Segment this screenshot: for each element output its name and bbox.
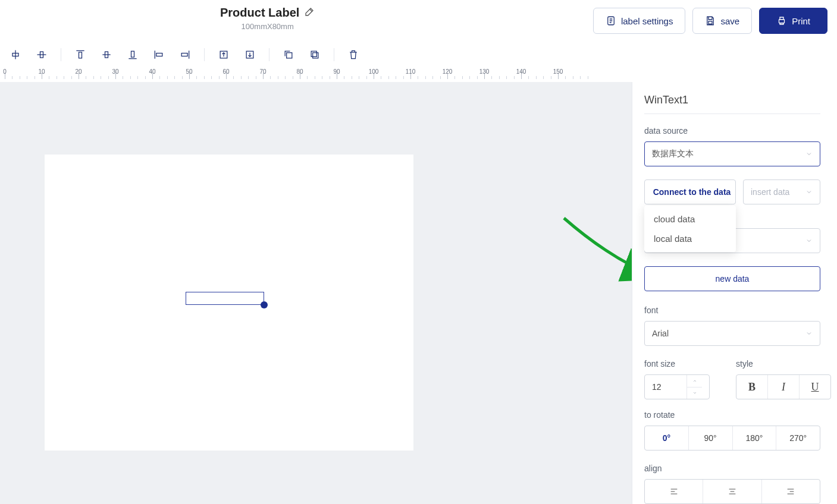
dropdown-item-cloud[interactable]: cloud data (644, 209, 736, 229)
align-center-v-icon[interactable] (29, 44, 55, 65)
ruler-tick: 0 (3, 68, 7, 75)
stepper-up-icon[interactable] (687, 375, 702, 388)
align-right-icon[interactable] (172, 44, 198, 65)
annotation-arrow-icon (558, 212, 632, 289)
svg-rect-7 (131, 51, 134, 57)
align-toolbar (0, 42, 837, 68)
title-block: Product Label 100mmX80mm (220, 6, 315, 31)
font-size-label: font size (644, 359, 729, 368)
save-text: save (720, 16, 739, 26)
svg-rect-8 (156, 53, 162, 56)
text-align-segment (644, 479, 820, 504)
chevron-down-icon (805, 188, 813, 196)
svg-rect-9 (181, 53, 187, 56)
font-value: Arial (652, 329, 669, 338)
ruler-tick: 120 (443, 68, 453, 75)
save-button[interactable]: save (692, 8, 752, 34)
svg-rect-13 (311, 51, 316, 56)
data-source-value: 数据库文本 (652, 149, 694, 159)
text-align-left-button[interactable] (645, 480, 703, 503)
document-title: Product Label (220, 6, 299, 20)
svg-rect-1 (709, 21, 712, 24)
copy-icon[interactable] (275, 44, 302, 65)
separator (334, 48, 334, 61)
stepper-down-icon[interactable] (687, 388, 702, 399)
insert-data-select[interactable]: insert data (743, 179, 820, 204)
rotate-option[interactable]: 0° (645, 426, 689, 450)
print-button[interactable]: Print (759, 8, 827, 34)
connect-dropdown: cloud data local data (644, 206, 736, 252)
document-dimensions: 100mmX80mm (220, 22, 315, 31)
font-style-group: B I U (736, 374, 831, 399)
font-label: font (644, 305, 820, 315)
dropdown-item-local[interactable]: local data (644, 229, 736, 248)
properties-panel: WinText1 data source 数据库文本 Connect to th… (632, 82, 837, 504)
ruler-tick: 100 (369, 68, 379, 75)
italic-button[interactable]: I (768, 375, 800, 399)
bring-front-icon[interactable] (211, 44, 237, 65)
font-size-input[interactable] (645, 382, 686, 392)
rotate-segment: 0°90°180°270° (644, 426, 820, 451)
ruler-tick: 40 (149, 68, 155, 75)
canvas[interactable] (0, 82, 632, 504)
separator (204, 48, 205, 61)
ruler-tick: 110 (406, 68, 416, 75)
rotate-option[interactable]: 180° (733, 426, 777, 450)
bold-button[interactable]: B (736, 375, 768, 399)
delete-icon[interactable] (340, 44, 366, 65)
text-align-center-button[interactable] (703, 480, 761, 503)
new-data-text: new data (716, 274, 750, 284)
align-middle-icon[interactable] (93, 44, 120, 65)
label-settings-button[interactable]: label settings (593, 8, 686, 34)
data-source-select[interactable]: 数据库文本 (644, 141, 820, 166)
ruler-tick: 60 (222, 68, 229, 75)
insert-data-placeholder: insert data (751, 187, 789, 197)
rotate-option[interactable]: 270° (776, 426, 820, 450)
underline-button[interactable]: U (800, 375, 830, 399)
connect-data-text: Connect to the data (653, 187, 731, 197)
align-center-h-icon[interactable] (2, 44, 29, 65)
align-bottom-icon[interactable] (120, 44, 146, 65)
svg-rect-5 (79, 52, 82, 58)
align-label: align (644, 464, 820, 473)
font-select[interactable]: Arial (644, 321, 820, 346)
ruler-tick: 80 (296, 68, 303, 75)
style-label: style (736, 359, 820, 368)
ruler-tick: 30 (112, 68, 118, 75)
connect-data-button[interactable]: Connect to the data (644, 179, 736, 204)
print-text: Print (792, 16, 810, 26)
separator (61, 48, 61, 61)
ruler-tick: 150 (553, 68, 563, 75)
ruler-tick: 20 (75, 68, 81, 75)
svg-rect-14 (313, 53, 318, 58)
ruler-tick: 90 (333, 68, 340, 75)
chevron-down-icon (805, 237, 813, 244)
label-settings-text: label settings (621, 16, 673, 26)
ruler-tick: 130 (479, 68, 490, 75)
ruler-tick: 70 (259, 68, 266, 75)
text-align-right-button[interactable] (762, 480, 820, 503)
svg-rect-2 (779, 20, 785, 23)
chevron-down-icon (805, 330, 813, 337)
rotate-option[interactable]: 90° (689, 426, 733, 450)
separator (269, 48, 269, 61)
paste-icon[interactable] (302, 44, 328, 65)
edit-title-icon[interactable] (304, 7, 315, 19)
font-size-stepper[interactable] (644, 374, 710, 399)
header: Product Label 100mmX80mm label settings … (0, 0, 837, 42)
align-left-icon[interactable] (146, 44, 172, 65)
horizontal-ruler: 0102030405060708090100110120130140150 (0, 68, 837, 82)
chevron-down-icon (805, 150, 813, 158)
align-top-icon[interactable] (67, 44, 93, 65)
selected-object-name: WinText1 (644, 94, 820, 114)
resize-handle-icon[interactable] (261, 301, 268, 308)
ruler-tick: 50 (186, 68, 192, 75)
selected-text-element[interactable] (186, 292, 264, 305)
rotate-label: to rotate (644, 410, 820, 420)
ruler-tick: 140 (516, 68, 526, 75)
ruler-tick: 10 (38, 68, 45, 75)
send-back-icon[interactable] (237, 44, 263, 65)
svg-rect-12 (287, 53, 292, 58)
new-data-button[interactable]: new data (644, 266, 820, 291)
data-source-label: data source (644, 126, 820, 136)
